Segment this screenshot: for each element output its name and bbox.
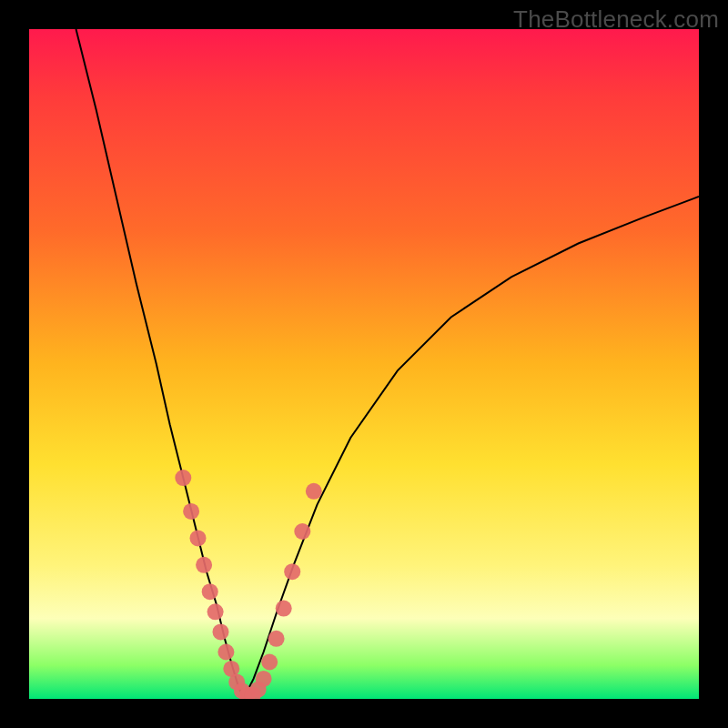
bead-marker <box>202 583 218 600</box>
bead-group <box>175 470 321 699</box>
watermark-text: TheBottleneck.com <box>513 5 719 34</box>
plot-area <box>29 29 699 699</box>
bead-marker <box>256 671 272 687</box>
bead-marker <box>284 563 300 580</box>
bead-marker <box>217 644 234 661</box>
bead-marker <box>306 483 322 500</box>
bead-marker <box>190 530 207 546</box>
bead-marker <box>213 623 229 640</box>
chart-svg <box>29 29 699 699</box>
bead-marker <box>196 557 212 573</box>
bead-marker <box>175 470 191 486</box>
bead-marker <box>261 654 278 671</box>
chart-frame: TheBottleneck.com <box>0 0 728 728</box>
bead-marker <box>276 601 292 617</box>
bead-marker <box>183 503 199 520</box>
curve-left <box>76 29 244 699</box>
bead-marker <box>294 523 310 540</box>
bead-marker <box>207 603 224 620</box>
bead-marker <box>268 631 285 647</box>
curve-right <box>244 197 700 699</box>
